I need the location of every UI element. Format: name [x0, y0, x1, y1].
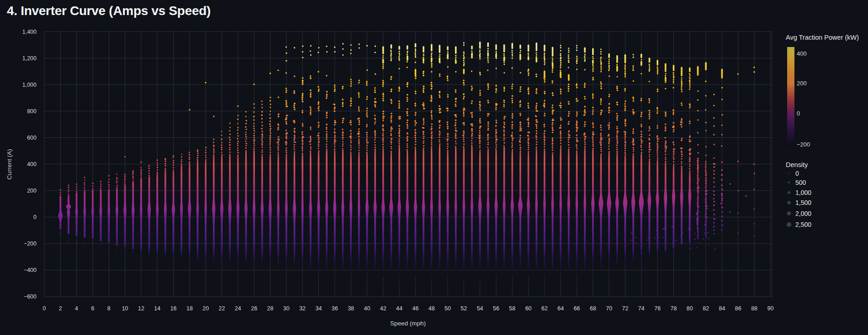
- svg-text:12: 12: [138, 305, 144, 312]
- svg-text:4: 4: [75, 305, 78, 312]
- svg-text:24: 24: [235, 305, 241, 312]
- svg-text:400: 400: [797, 50, 807, 57]
- svg-text:1,400: 1,400: [22, 29, 37, 35]
- svg-text:Avg Traction Power (kW): Avg Traction Power (kW): [786, 34, 859, 41]
- svg-text:34: 34: [315, 305, 322, 312]
- svg-text:78: 78: [671, 305, 677, 312]
- svg-text:10: 10: [122, 305, 128, 312]
- svg-text:90: 90: [767, 305, 773, 312]
- svg-text:86: 86: [735, 305, 741, 312]
- svg-text:Speed (mph): Speed (mph): [390, 320, 426, 327]
- svg-text:14: 14: [154, 305, 160, 312]
- svg-text:400: 400: [27, 161, 37, 168]
- svg-text:54: 54: [477, 305, 483, 312]
- svg-text:0: 0: [33, 214, 37, 220]
- svg-text:58: 58: [509, 305, 515, 312]
- svg-text:200: 200: [797, 80, 807, 87]
- svg-text:8: 8: [107, 305, 111, 312]
- svg-text:88: 88: [751, 305, 757, 312]
- svg-text:18: 18: [186, 305, 193, 312]
- svg-text:74: 74: [638, 305, 645, 312]
- svg-text:52: 52: [460, 305, 467, 312]
- svg-text:0: 0: [43, 305, 46, 312]
- svg-text:76: 76: [654, 305, 661, 312]
- svg-text:66: 66: [574, 305, 580, 312]
- svg-text:1,200: 1,200: [22, 55, 37, 62]
- svg-text:−200: −200: [24, 241, 37, 247]
- svg-text:84: 84: [719, 305, 725, 312]
- svg-text:70: 70: [606, 305, 612, 312]
- svg-text:2: 2: [59, 305, 62, 312]
- svg-text:38: 38: [348, 305, 354, 312]
- svg-text:62: 62: [541, 305, 548, 312]
- svg-text:1,000: 1,000: [795, 189, 811, 196]
- svg-text:80: 80: [687, 305, 693, 312]
- svg-text:68: 68: [590, 305, 596, 312]
- svg-text:28: 28: [267, 305, 274, 312]
- svg-text:48: 48: [429, 305, 435, 312]
- svg-text:200: 200: [27, 188, 37, 194]
- svg-text:26: 26: [251, 305, 257, 312]
- svg-text:40: 40: [364, 305, 370, 312]
- svg-text:30: 30: [283, 305, 290, 312]
- svg-text:0: 0: [797, 110, 800, 117]
- svg-text:−200: −200: [797, 141, 810, 148]
- svg-text:1,500: 1,500: [795, 199, 811, 206]
- svg-text:64: 64: [557, 305, 564, 312]
- svg-text:72: 72: [622, 305, 629, 312]
- svg-text:6: 6: [91, 305, 95, 312]
- svg-text:1,000: 1,000: [22, 82, 37, 88]
- svg-text:46: 46: [412, 305, 418, 312]
- svg-text:50: 50: [445, 305, 451, 312]
- svg-text:0: 0: [795, 170, 799, 177]
- svg-text:44: 44: [396, 305, 402, 312]
- svg-text:2,000: 2,000: [795, 210, 811, 217]
- svg-text:20: 20: [202, 305, 209, 312]
- svg-text:82: 82: [703, 305, 709, 312]
- svg-text:36: 36: [332, 305, 338, 312]
- svg-text:500: 500: [795, 179, 806, 186]
- svg-text:600: 600: [27, 135, 37, 141]
- svg-text:42: 42: [380, 305, 386, 312]
- svg-text:32: 32: [299, 305, 306, 312]
- svg-text:16: 16: [170, 305, 177, 312]
- svg-text:800: 800: [27, 108, 37, 115]
- svg-text:2,500: 2,500: [795, 221, 811, 228]
- svg-text:−400: −400: [24, 267, 37, 273]
- svg-text:56: 56: [493, 305, 499, 312]
- svg-text:Density: Density: [786, 161, 808, 168]
- svg-text:Current (A): Current (A): [6, 149, 13, 180]
- svg-text:−600: −600: [24, 293, 37, 300]
- svg-text:60: 60: [525, 305, 532, 312]
- svg-text:22: 22: [219, 305, 225, 312]
